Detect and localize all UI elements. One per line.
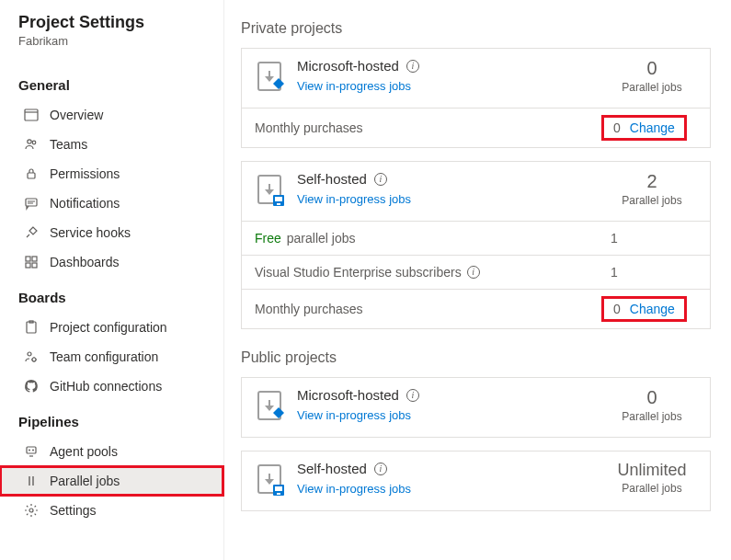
page-title: Project Settings <box>18 13 205 32</box>
teams-icon <box>24 137 39 152</box>
team-gear-icon <box>24 349 39 364</box>
svg-rect-35 <box>275 486 282 491</box>
sidebar-item-teams[interactable]: Teams <box>0 130 223 159</box>
free-count: 1 <box>611 231 618 246</box>
card-head: Self-hosted i View in-progress jobs 2 Pa… <box>242 162 710 221</box>
project-name: Fabrikam <box>18 34 205 48</box>
sidebar-item-permissions[interactable]: Permissions <box>0 159 223 189</box>
sidebar-item-parallel-jobs[interactable]: Parallel jobs <box>0 466 223 496</box>
row-label: Free parallel jobs <box>255 231 601 246</box>
info-icon[interactable]: i <box>406 60 419 73</box>
sidebar-item-label: Teams <box>50 137 87 152</box>
parallel-jobs-count: Unlimited <box>611 461 693 480</box>
card-body: Microsoft-hosted i View in-progress jobs <box>297 58 419 93</box>
view-jobs-link[interactable]: View in-progress jobs <box>297 408 411 422</box>
card-count-block: 2 Parallel jobs <box>611 171 693 207</box>
svg-rect-29 <box>277 203 280 205</box>
info-icon[interactable]: i <box>374 173 387 186</box>
view-jobs-link[interactable]: View in-progress jobs <box>297 482 411 496</box>
ms-hosted-icon <box>255 389 286 424</box>
card-public-ms-hosted: Microsoft-hosted i View in-progress jobs… <box>241 377 711 438</box>
card-private-ms-hosted: Microsoft-hosted i View in-progress jobs… <box>241 48 711 148</box>
purchase-change-highlight: 0 Change <box>601 296 687 322</box>
svg-point-3 <box>32 141 36 144</box>
overview-icon <box>24 108 39 122</box>
dashboard-icon <box>24 255 39 269</box>
vse-row: Visual Studio Enterprise subscribers i 1 <box>242 255 710 289</box>
svg-point-18 <box>32 450 34 451</box>
sidebar-item-label: Dashboards <box>50 255 120 269</box>
sidebar-item-label: Parallel jobs <box>50 474 120 488</box>
sidebar-item-overview[interactable]: Overview <box>0 100 223 130</box>
private-projects-heading: Private projects <box>241 20 711 37</box>
row-label: Monthly purchases <box>255 120 601 135</box>
agent-icon <box>24 444 39 459</box>
lock-icon <box>24 166 39 181</box>
svg-point-22 <box>29 509 33 512</box>
svg-point-2 <box>28 140 31 143</box>
monthly-purchases-row: Monthly purchases 0 Change <box>242 289 710 328</box>
vse-count: 1 <box>611 265 618 280</box>
card-private-self-hosted: Self-hosted i View in-progress jobs 2 Pa… <box>241 161 711 329</box>
svg-rect-10 <box>26 263 30 268</box>
github-icon <box>24 379 39 394</box>
sidebar-header: Project Settings Fabrikam <box>0 13 223 64</box>
info-icon[interactable]: i <box>467 266 480 279</box>
change-link[interactable]: Change <box>630 302 675 316</box>
monthly-purchases-row: Monthly purchases 0 Change <box>242 108 710 147</box>
sidebar-item-label: GitHub connections <box>50 379 162 394</box>
purchase-count: 0 <box>613 120 621 135</box>
parallel-jobs-count: 2 <box>611 171 693 192</box>
svg-rect-16 <box>27 447 36 453</box>
row-label: Monthly purchases <box>255 302 601 316</box>
public-projects-heading: Public projects <box>241 349 711 366</box>
svg-rect-8 <box>26 257 30 261</box>
svg-rect-5 <box>26 199 37 206</box>
self-hosted-icon <box>255 173 286 208</box>
info-icon[interactable]: i <box>406 389 419 402</box>
sidebar: Project Settings Fabrikam General Overvi… <box>0 0 224 560</box>
sidebar-item-settings[interactable]: Settings <box>0 496 223 525</box>
card-head: Microsoft-hosted i View in-progress jobs… <box>242 49 710 108</box>
svg-rect-0 <box>25 109 38 120</box>
parallel-jobs-label: Parallel jobs <box>611 81 693 94</box>
row-label: Visual Studio Enterprise subscribers i <box>255 265 601 280</box>
svg-rect-36 <box>277 493 280 495</box>
sidebar-item-github[interactable]: GitHub connections <box>0 371 223 401</box>
parallel-jobs-label: Parallel jobs <box>611 482 693 495</box>
card-count-block: Unlimited Parallel jobs <box>611 461 693 495</box>
sidebar-item-agent-pools[interactable]: Agent pools <box>0 437 223 466</box>
svg-rect-28 <box>275 197 282 201</box>
card-count-block: 0 Parallel jobs <box>611 387 693 423</box>
ms-hosted-icon <box>255 60 286 95</box>
svg-point-14 <box>28 352 31 356</box>
sidebar-item-service-hooks[interactable]: Service hooks <box>0 218 223 247</box>
card-title: Microsoft-hosted <box>297 387 399 403</box>
sidebar-item-label: Agent pools <box>50 444 118 459</box>
self-hosted-icon <box>255 463 286 497</box>
view-jobs-link[interactable]: View in-progress jobs <box>297 79 411 93</box>
clipboard-icon <box>24 320 39 335</box>
sidebar-item-dashboards[interactable]: Dashboards <box>0 247 223 277</box>
parallel-jobs-label: Parallel jobs <box>611 410 693 423</box>
sidebar-item-label: Overview <box>50 108 103 122</box>
sidebar-item-project-config[interactable]: Project configuration <box>0 313 223 342</box>
sidebar-item-label: Project configuration <box>50 320 167 335</box>
free-jobs-row: Free parallel jobs 1 <box>242 221 710 255</box>
info-icon[interactable]: i <box>374 463 387 475</box>
sidebar-item-notifications[interactable]: Notifications <box>0 189 223 218</box>
change-link[interactable]: Change <box>630 120 675 135</box>
view-jobs-link[interactable]: View in-progress jobs <box>297 192 411 206</box>
card-public-self-hosted: Self-hosted i View in-progress jobs Unli… <box>241 451 711 511</box>
card-title: Self-hosted <box>297 171 367 187</box>
svg-rect-12 <box>27 322 36 333</box>
main-content: Private projects Microsoft-hosted i View… <box>224 0 731 560</box>
chat-icon <box>24 196 39 211</box>
vse-label: Visual Studio Enterprise subscribers <box>255 265 462 280</box>
sidebar-item-team-config[interactable]: Team configuration <box>0 342 223 371</box>
card-head: Microsoft-hosted i View in-progress jobs… <box>242 378 710 437</box>
gear-icon <box>24 503 39 518</box>
sidebar-item-label: Team configuration <box>50 349 158 364</box>
card-body: Self-hosted i View in-progress jobs <box>297 171 411 206</box>
plug-icon <box>24 225 39 240</box>
